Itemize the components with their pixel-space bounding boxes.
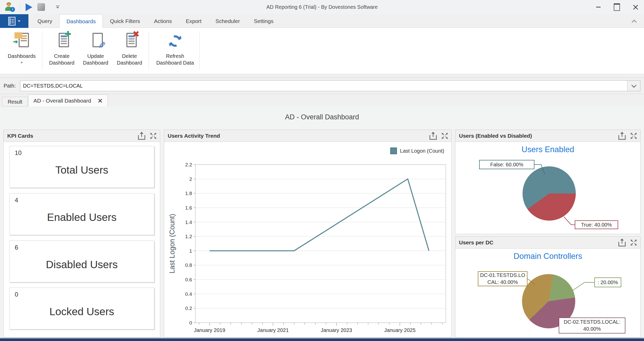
plus-icon (65, 31, 71, 37)
svg-text:Last Logon (Count): Last Logon (Count) (168, 214, 176, 273)
document-tab-bar: Result AD - Overall Dashboard (0, 95, 644, 106)
kpi-card-enabled-users: 4 Enabled Users (9, 193, 154, 235)
ribbon-tab-bar: Query Dashboards Quick Filters Actions E… (0, 14, 644, 28)
refresh-dashboard-data-button[interactable]: RefreshDashboard Data (152, 29, 198, 72)
maximize-button[interactable] (612, 3, 621, 12)
svg-text:2.2: 2.2 (185, 162, 192, 167)
kpi-label: Total Users (10, 146, 154, 188)
pie-chart (523, 166, 576, 221)
collapse-ribbon-button[interactable] (631, 18, 637, 25)
ribbon-tab-quick-filters[interactable]: Quick Filters (103, 14, 147, 28)
svg-text:0: 0 (189, 320, 192, 326)
panel-title: Users (Enabled vs Disabled) (459, 130, 532, 142)
export-panel-button[interactable] (138, 132, 145, 140)
window-controls (594, 0, 640, 14)
panel-title: KPI Cards (7, 130, 33, 142)
minimize-button[interactable] (594, 3, 603, 12)
chevron-up-icon (632, 20, 637, 25)
delete-dashboard-button[interactable]: DeleteDashboard (113, 29, 146, 72)
x-icon (133, 31, 139, 37)
maximize-panel-button[interactable] (150, 132, 157, 140)
tab-result[interactable]: Result (2, 97, 28, 106)
pie-callout-label: DC-02.TESTDS.LOCAL:40.00% (559, 317, 625, 334)
export-panel-button[interactable] (618, 132, 626, 140)
ribbon-group-separator (42, 32, 42, 70)
ribbon-tabs: Query Dashboards Quick Filters Actions E… (30, 14, 280, 28)
svg-text:0.8: 0.8 (185, 262, 192, 268)
panel-users-enabled-vs-disabled: Users (Enabled vs Disabled) Users Enable… (455, 130, 641, 234)
export-panel-button[interactable] (618, 238, 626, 247)
close-tab-icon[interactable] (98, 98, 102, 103)
panel-header: KPI Cards (4, 130, 160, 142)
trend-chart: 00.20.40.60.811.21.41.61.822.2January 20… (164, 142, 451, 337)
trend-chart-body: Last Logon (Count) 00.20.40.60.811.21.41… (164, 142, 451, 337)
svg-text:January 2019: January 2019 (194, 327, 225, 333)
svg-text:1.6: 1.6 (185, 205, 192, 211)
ribbon-content: Dashboards CreateDashboard UpdateDashboa… (0, 28, 644, 74)
panel-header: Users (Enabled vs Disabled) (455, 130, 640, 142)
kpi-card-disabled-users: 6 Disabled Users (9, 241, 154, 282)
pie1-title: Users Enabled (455, 145, 640, 154)
kpi-label: Locked Users (10, 288, 154, 329)
export-panel-button[interactable] (429, 132, 437, 140)
panel-kpi-cards: KPI Cards 10 Total Users 4 Enabled Users… (3, 130, 160, 337)
ribbon-tab-export[interactable]: Export (179, 14, 209, 28)
chevron-down-icon (20, 62, 23, 64)
path-dropdown-button[interactable] (627, 81, 640, 91)
close-button[interactable] (631, 3, 640, 12)
path-bar: Path: DC=TESTDS,DC=LOCAL (0, 78, 644, 94)
ribbon-group-separator (200, 32, 200, 70)
svg-text:January 2025: January 2025 (384, 327, 416, 333)
tab-label: AD - Overall Dashboard (34, 98, 91, 104)
pie-callout-label: False: 60.00% (479, 160, 534, 169)
update-dashboard-button[interactable]: UpdateDashboard (79, 29, 112, 72)
status-bar (0, 338, 644, 341)
svg-text:January 2023: January 2023 (321, 327, 352, 333)
ribbon-tab-settings[interactable]: Settings (247, 14, 280, 28)
kpi-label: Disabled Users (10, 241, 154, 282)
refresh-icon (169, 35, 181, 47)
ribbon-group-separator (149, 32, 149, 70)
maximize-panel-button[interactable] (630, 132, 637, 140)
svg-text:2: 2 (189, 176, 192, 182)
kpi-card-total-users: 10 Total Users (9, 146, 154, 188)
pie-callout-label: True: 40.00% (575, 220, 618, 229)
app-window: i AD Reporting 6 (Trial) - By Dovestones… (0, 0, 644, 341)
create-dashboard-button[interactable]: CreateDashboard (45, 29, 78, 72)
path-value[interactable]: DC=TESTDS,DC=LOCAL (23, 81, 83, 91)
chevron-down-icon (18, 20, 20, 22)
update-dashboard-icon (88, 33, 103, 49)
app-menu-button[interactable] (0, 14, 28, 28)
title-bar: i AD Reporting 6 (Trial) - By Dovestones… (0, 0, 644, 14)
dashboard-title: AD - Overall Dashboard (0, 113, 644, 121)
tab-ad-overall-dashboard[interactable]: AD - Overall Dashboard (28, 95, 108, 106)
maximize-panel-button[interactable] (441, 132, 448, 140)
maximize-panel-button[interactable] (630, 239, 637, 246)
pie2-title: Domain Controllers (455, 252, 640, 261)
svg-text:1: 1 (189, 248, 192, 254)
ribbon-tab-actions[interactable]: Actions (147, 14, 179, 28)
chevron-down-icon (631, 83, 637, 88)
panel-users-activity-trend: Users Activity Trend Last Logon (Count) … (164, 130, 452, 337)
svg-text:0.2: 0.2 (185, 306, 192, 311)
svg-text:0.4: 0.4 (185, 291, 192, 297)
ribbon-tab-scheduler[interactable]: Scheduler (209, 14, 247, 28)
path-combobox[interactable]: DC=TESTDS,DC=LOCAL (20, 80, 640, 91)
menu-list-icon (8, 17, 16, 26)
svg-text:1.4: 1.4 (185, 220, 192, 225)
ribbon-tab-query[interactable]: Query (30, 14, 59, 28)
window-title: AD Reporting 6 (Trial) - By Dovestones S… (0, 0, 644, 14)
svg-text:1.8: 1.8 (185, 191, 192, 196)
panel-title: Users Activity Trend (168, 130, 220, 142)
ribbon-tab-dashboards[interactable]: Dashboards (59, 14, 103, 28)
pencil-icon (98, 40, 105, 50)
dashboards-icon (14, 33, 29, 49)
kpi-card-locked-users: 0 Locked Users (9, 288, 154, 329)
kpi-label: Enabled Users (10, 193, 154, 235)
dashboards-menu-button[interactable]: Dashboards (3, 29, 41, 72)
pie-callout-label: : 20.00% (594, 277, 621, 287)
pie-callout-label: DC-01.TESTDS.LOCAL: 40.00% (478, 271, 527, 286)
path-label: Path: (4, 78, 16, 94)
svg-text:1.2: 1.2 (185, 234, 192, 239)
svg-text:0.6: 0.6 (185, 277, 192, 282)
